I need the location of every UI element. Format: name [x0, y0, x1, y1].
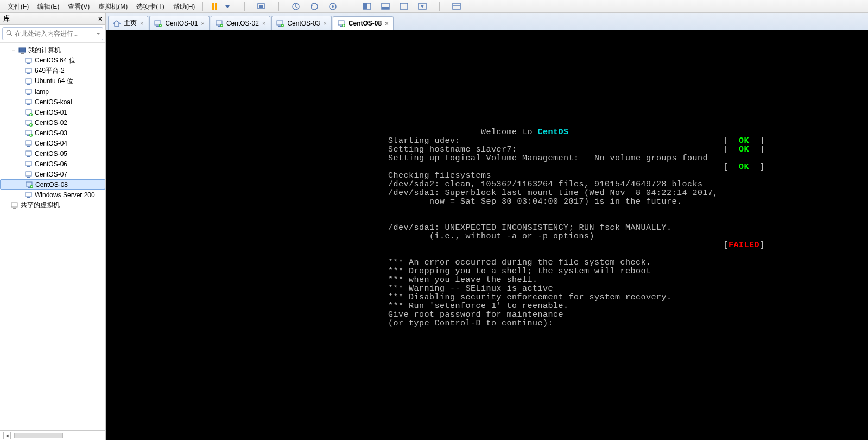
console-text: (i.e., without -a or -p options)	[388, 232, 594, 241]
console-view-icon[interactable]	[381, 2, 390, 11]
tree-item-vm[interactable]: CentOS-08	[0, 179, 105, 190]
console-text: Setting hostname slaver7: [	[388, 145, 739, 154]
tree-label: CentOS-05	[35, 150, 67, 158]
close-icon[interactable]: ×	[140, 20, 143, 27]
vm-icon	[25, 119, 33, 127]
revert-icon[interactable]	[309, 2, 319, 11]
menu-help[interactable]: 帮助(H)	[169, 1, 200, 12]
tree-shared-vms[interactable]: 共享的虚拟机	[0, 200, 105, 210]
tree-item-vm[interactable]: Windows Server 200	[0, 190, 105, 200]
tab-home[interactable]: 主页×	[108, 16, 148, 30]
svg-rect-14	[453, 3, 460, 9]
svg-rect-26	[26, 89, 31, 93]
tree-item-vm[interactable]: CentOS-07	[0, 169, 105, 179]
scroll-thumb[interactable]	[14, 433, 63, 438]
menu-edit[interactable]: 编辑(E)	[33, 1, 64, 12]
tree-label: Ubuntu 64 位	[35, 77, 73, 86]
console-text: now = Sat Sep 30 03:04:00 2017) is in th…	[388, 197, 682, 206]
console-text: Checking filesystems	[388, 171, 491, 180]
fit-guest-icon[interactable]	[362, 2, 372, 11]
close-icon[interactable]: ×	[323, 20, 326, 27]
console-text: *** Warning -- SELinux is active	[388, 284, 553, 293]
dropdown-icon[interactable]	[223, 2, 232, 11]
vm-icon	[25, 191, 33, 199]
vm-icon	[25, 160, 33, 168]
main-area: 库 × −我的计算机CentOS 64 位649平台-2Ubuntu 64 位i…	[0, 13, 868, 440]
tree-label: CentOS-07	[35, 171, 67, 178]
tree-item-vm[interactable]: CentOS-03	[0, 128, 105, 138]
dropdown-icon[interactable]	[96, 30, 100, 37]
library-icon[interactable]	[452, 2, 461, 11]
tree-item-vm[interactable]: CentOS-01	[0, 107, 105, 117]
tree-label: iamp	[35, 88, 49, 96]
tabbar: 主页×CentOS-01×CentOS-02×CentOS-03×CentOS-…	[106, 13, 868, 30]
svg-rect-39	[26, 141, 31, 145]
menu-tabs[interactable]: 选项卡(T)	[132, 1, 168, 12]
svg-rect-28	[26, 99, 31, 104]
console-text: Welcome to	[388, 128, 538, 137]
manage-snapshot-icon[interactable]	[328, 2, 338, 11]
svg-rect-45	[26, 172, 31, 176]
menu-vm[interactable]: 虚拟机(M)	[94, 1, 132, 12]
unity-icon[interactable]	[417, 2, 427, 11]
svg-rect-52	[11, 203, 17, 207]
tree-item-vm[interactable]: CentOS 64 位	[0, 55, 105, 66]
console-text: /dev/sda1: Superblock last mount time (W…	[388, 188, 718, 198]
send-ctrl-alt-del-icon[interactable]	[257, 2, 267, 11]
close-icon[interactable]: ×	[385, 20, 388, 27]
svg-rect-1	[215, 3, 217, 10]
tab-vm[interactable]: CentOS-08×	[333, 16, 394, 30]
svg-rect-51	[27, 197, 30, 198]
vm-console[interactable]: Welcome to CentOS Starting udev: [ OK ] …	[106, 30, 868, 440]
console-text: ]	[759, 241, 765, 250]
menu-file[interactable]: 文件(F)	[3, 1, 33, 12]
scroll-left-icon[interactable]: ◄	[3, 432, 11, 439]
sidebar-library: 库 × −我的计算机CentOS 64 位649平台-2Ubuntu 64 位i…	[0, 13, 106, 440]
tree-item-vm[interactable]: CentOS-05	[0, 148, 105, 159]
tree-item-vm[interactable]: iamp	[0, 86, 105, 97]
svg-rect-42	[27, 156, 30, 157]
menu-view[interactable]: 查看(V)	[64, 1, 94, 12]
svg-rect-50	[26, 192, 31, 197]
tree-item-vm[interactable]: CentOS-koal	[0, 97, 105, 107]
svg-rect-24	[26, 79, 31, 83]
tree-label: CentOS 64 位	[35, 56, 75, 65]
tree-root-my-computer[interactable]: −我的计算机	[0, 45, 105, 55]
horizontal-scrollbar[interactable]: ◄	[0, 430, 105, 440]
vm-icon	[25, 78, 33, 85]
pause-icon[interactable]	[210, 2, 219, 11]
tab-vm[interactable]: CentOS-01×	[149, 16, 209, 30]
separator	[350, 2, 350, 11]
vm-icon	[25, 140, 33, 147]
close-icon[interactable]: ×	[201, 20, 204, 27]
tree-item-vm[interactable]: CentOS-02	[0, 117, 105, 128]
tab-vm[interactable]: CentOS-03×	[271, 16, 331, 30]
close-icon[interactable]: ×	[262, 20, 265, 27]
svg-rect-21	[27, 63, 30, 64]
vm-icon	[338, 20, 345, 27]
panel-header: 库 ×	[0, 13, 105, 25]
svg-rect-18	[19, 48, 26, 52]
tree-item-vm[interactable]: Ubuntu 64 位	[0, 76, 105, 86]
panel-title: 库	[3, 14, 10, 23]
console-text: *** Run 'setenforce 1' to reenable.	[388, 301, 569, 311]
console-text: Starting udev: [	[388, 136, 739, 146]
console-text: *** An error occurred during the file sy…	[388, 258, 651, 267]
tab-label: CentOS-08	[349, 20, 382, 27]
tree-item-vm[interactable]: CentOS-06	[0, 159, 105, 169]
tab-label: CentOS-02	[226, 20, 259, 27]
tree-item-vm[interactable]: 649平台-2	[0, 66, 105, 76]
status-ok: OK	[739, 162, 749, 172]
snapshot-icon[interactable]	[291, 2, 301, 11]
tree-item-vm[interactable]: CentOS-04	[0, 138, 105, 148]
close-icon[interactable]: ×	[98, 15, 102, 23]
tab-vm[interactable]: CentOS-02×	[211, 16, 270, 30]
collapse-icon[interactable]: −	[11, 48, 16, 53]
search-input[interactable]	[15, 30, 96, 37]
fullscreen-icon[interactable]	[399, 2, 409, 11]
search-box[interactable]	[2, 27, 103, 40]
tree-label: CentOS-04	[35, 140, 67, 147]
vm-icon	[154, 20, 162, 27]
status-failed: FAILED	[728, 241, 759, 250]
svg-rect-43	[26, 161, 31, 166]
